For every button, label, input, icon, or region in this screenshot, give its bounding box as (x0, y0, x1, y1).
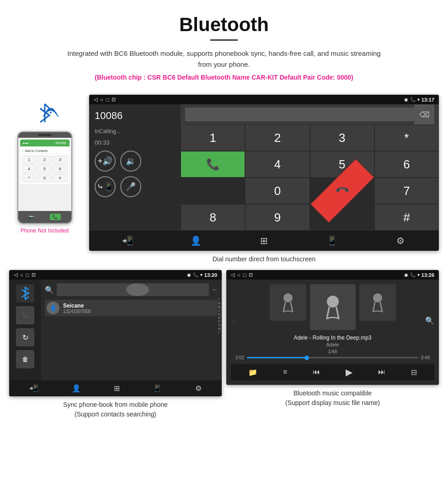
pb-phone-icon[interactable]: 📞 (16, 306, 34, 324)
contact-avatar: 👤 (47, 302, 59, 314)
music-next-icon[interactable]: ⏭ (378, 368, 385, 376)
music-content: Adele - Rolling In the Deep.mp3 Adele 1/… (226, 280, 439, 385)
music-prev-icon[interactable]: ⏮ (313, 368, 320, 376)
phone-key-star[interactable]: * (22, 174, 37, 182)
contact-list-item[interactable]: 👤 Seicane 13241007000 (45, 300, 218, 316)
pb-back-icon[interactable]: ◁ (14, 272, 17, 278)
pb-dialpad-icon[interactable]: ⊞ (114, 384, 120, 393)
svg-point-6 (283, 293, 293, 303)
phone-key-6[interactable]: 6 (53, 165, 68, 173)
pb-extra-icon[interactable]: ⊡ (32, 272, 36, 278)
phone-key-4[interactable]: 4 (22, 165, 37, 173)
svg-point-12 (373, 293, 382, 303)
alpha-H[interactable]: H (219, 327, 221, 330)
shuffle-icon[interactable]: ⇄ (231, 316, 237, 325)
dialer-right-panel: ⌫ 1 2 3 * 📞 4 5 6 0 (181, 104, 439, 231)
svg-point-9 (327, 296, 339, 308)
car-screen-caption: Dial number direct from touchscreen (89, 255, 439, 263)
settings-bottom-icon[interactable]: ⚙ (391, 235, 410, 246)
numpad-key-1[interactable]: 1 (181, 124, 245, 151)
call-green-button[interactable]: 📞 (181, 151, 245, 178)
pb-refresh-icon[interactable]: ↻ (16, 328, 34, 346)
pb-back-arrow-icon[interactable]: ← (212, 286, 218, 293)
car-dialer: 10086 InCalling... 00:33 +🔊 🔉 ⤷📱 (89, 104, 439, 231)
pb-bluetooth-icon[interactable] (16, 284, 34, 303)
volume-up-button[interactable]: +🔊 (95, 151, 116, 172)
recents-nav-icon[interactable]: □ (106, 97, 109, 103)
alpha-star[interactable]: * (219, 298, 221, 301)
music-back-icon[interactable]: ◁ (231, 272, 235, 278)
pb-status-left: ◁ ○ □ ⊡ (14, 272, 36, 278)
alpha-I[interactable]: I (219, 331, 221, 334)
alpha-G[interactable]: G (219, 324, 221, 327)
alpha-C[interactable]: C (219, 309, 221, 312)
phone-speaker-icon (38, 134, 52, 136)
alpha-D[interactable]: D (219, 313, 221, 316)
phone-call-button[interactable]: 📞 (50, 214, 61, 220)
numpad-key-9[interactable]: 9 (245, 204, 309, 231)
numpad-key-3[interactable]: 3 (310, 124, 374, 151)
contact-name: Seicane (63, 303, 91, 309)
pb-contacts-icon[interactable]: 👤 (72, 384, 81, 393)
music-caption-line1: Bluetooth music compatible (293, 389, 372, 397)
pb-settings-icon[interactable]: ⚙ (195, 384, 202, 393)
music-screen-item: ◁ ○ □ ⊡ ◉ 📞 ▾ 13:26 (226, 270, 439, 419)
numpad-key-0[interactable]: 0 (245, 178, 309, 204)
music-call-icon: 📞 (410, 272, 416, 277)
back-nav-icon[interactable]: ◁ (94, 97, 97, 103)
backspace-button[interactable]: ⌫ (414, 104, 434, 124)
phone-key-3[interactable]: 3 (53, 156, 68, 164)
phone-key-2[interactable]: 2 (37, 156, 52, 164)
pb-phone-out-icon[interactable]: 📱 (153, 384, 162, 393)
phone-key-5[interactable]: 5 (37, 165, 52, 173)
alpha-F[interactable]: F (219, 320, 221, 323)
numpad-display: ⌫ (181, 104, 439, 124)
music-extra-icon[interactable]: ⊡ (249, 272, 253, 278)
music-play-icon[interactable]: ▶ (346, 367, 352, 378)
pb-delete-icon[interactable]: 🗑 (16, 350, 34, 368)
music-progress-bar[interactable] (247, 357, 418, 358)
phonebook-screen: ◁ ○ □ ⊡ ◉ 📞 ▾ 13:20 (9, 270, 222, 396)
transfer-button[interactable]: ⤷📱 (95, 176, 116, 197)
alpha-E[interactable]: E (219, 316, 221, 319)
music-equalizer-icon[interactable]: ⊟ (411, 368, 417, 377)
numpad-key-2[interactable]: 2 (245, 124, 309, 151)
music-folder-icon[interactable]: 📁 (248, 368, 257, 377)
phonebook-sidebar: 📞 ↻ 🗑 (9, 280, 41, 380)
music-recents-icon[interactable]: □ (243, 272, 246, 278)
phone-status-text: MORE (56, 141, 67, 145)
phone-bottom-bar: 📷 📞 (18, 211, 71, 223)
mic-button[interactable]: 🎤 (120, 176, 141, 197)
music-home-icon[interactable]: ○ (237, 272, 240, 278)
music-list-icon[interactable]: ≡ (283, 368, 287, 376)
call-status-icon: 📞 (410, 97, 416, 102)
dialer-control-row-2: ⤷📱 🎤 (95, 176, 175, 197)
pb-search-bar[interactable] (57, 283, 209, 296)
numpad-grid: 1 2 3 * 📞 4 5 6 0 📞 7 8 9 (181, 124, 439, 231)
contacts-bottom-icon[interactable]: 👤 (187, 235, 205, 246)
phonebook-status-bar: ◁ ○ □ ⊡ ◉ 📞 ▾ 13:20 (9, 270, 222, 280)
numpad-key-hash[interactable]: # (374, 204, 439, 231)
pb-recents-icon[interactable]: □ (26, 272, 29, 278)
numpad-key-8[interactable]: 8 (181, 204, 245, 231)
alpha-A[interactable]: A (219, 302, 221, 305)
phone-key-1[interactable]: 1 (22, 156, 37, 164)
volume-down-button[interactable]: 🔉 (120, 151, 141, 172)
phone-key-hash[interactable]: # (53, 174, 68, 182)
numpad-key-star[interactable]: * (374, 124, 439, 151)
alpha-B[interactable]: B (219, 305, 221, 308)
numpad-key-6[interactable]: 6 (374, 151, 439, 178)
music-search-icon[interactable]: 🔍 (425, 316, 434, 325)
phone-key-0[interactable]: 0 (37, 174, 52, 182)
numpad-key-4[interactable]: 4 (245, 151, 309, 178)
svg-line-7 (283, 303, 285, 312)
numpad-key-7[interactable]: 7 (374, 178, 439, 204)
pb-call-transfer-icon[interactable]: 📲 (29, 384, 38, 393)
extra-nav-icon[interactable]: ⊡ (112, 97, 116, 103)
pb-home-icon[interactable]: ○ (20, 272, 23, 278)
home-nav-icon[interactable]: ○ (100, 97, 103, 103)
phone-out-bottom-icon[interactable]: 📱 (323, 235, 341, 246)
page-specs: (Bluetooth chip : CSR BC6 Default Blueto… (9, 74, 439, 81)
call-transfer-bottom-icon[interactable]: 📲 (119, 235, 137, 246)
dialpad-bottom-icon[interactable]: ⊞ (255, 235, 273, 246)
